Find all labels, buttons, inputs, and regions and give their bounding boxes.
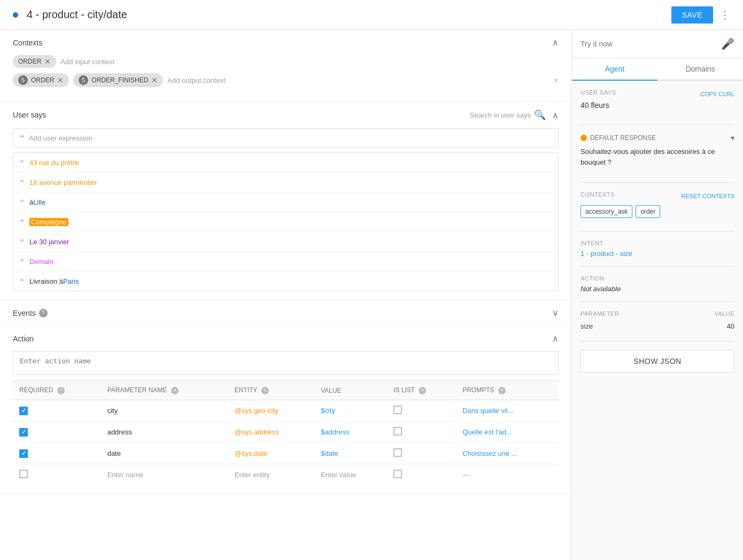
reset-contexts-button[interactable]: RESET CONTEXTS: [682, 193, 734, 199]
order-input-tag-close[interactable]: ✕: [44, 57, 51, 66]
expression-item[interactable]: ❝ Livraison à Paris: [13, 271, 558, 291]
islist-checkbox[interactable]: [393, 427, 402, 435]
entity-cell[interactable]: @sys.geo-city: [228, 400, 314, 422]
islist-checkbox[interactable]: [393, 470, 402, 478]
tab-domains[interactable]: Domains: [657, 58, 743, 80]
parameter-result-label: PARAMETER: [581, 310, 619, 317]
add-expression-row[interactable]: ❝ Add user expression: [13, 128, 559, 148]
save-button[interactable]: SAVE: [671, 6, 713, 24]
param-name-cell[interactable]: address: [101, 422, 228, 443]
required-cell[interactable]: ✓: [13, 443, 101, 464]
islist-cell[interactable]: [387, 464, 456, 486]
required-checkbox[interactable]: ✓: [19, 407, 28, 415]
expression-item[interactable]: ❝ Demain: [13, 252, 558, 271]
required-cell[interactable]: ✓: [13, 400, 101, 422]
param-name-cell[interactable]: Enter name: [101, 464, 228, 486]
col-entity: ENTITY ?: [228, 381, 314, 400]
value-cell[interactable]: Enter value: [314, 464, 387, 486]
quote-icon: ❝: [20, 158, 24, 167]
action-name-input[interactable]: [13, 351, 559, 375]
islist-cell[interactable]: [387, 422, 456, 443]
col-is-list: IS LIST ?: [387, 381, 456, 400]
more-icon[interactable]: ⋮: [719, 9, 730, 21]
param-name-help-icon[interactable]: ?: [171, 387, 179, 394]
events-section: Events ? ∨: [0, 300, 571, 326]
events-help-icon[interactable]: ?: [39, 309, 48, 317]
prompts-cell: —: [456, 464, 559, 486]
required-help-icon[interactable]: ?: [57, 387, 65, 394]
required-cell[interactable]: [13, 464, 101, 486]
prompts-cell[interactable]: Dans quelle vil...: [456, 400, 559, 422]
copy-curl-button[interactable]: COPY CURL: [700, 91, 734, 97]
input-context-row: ORDER ✕ Add input context: [13, 55, 559, 68]
order-finished-tag[interactable]: 5 ORDER_FINISHED ✕: [73, 73, 163, 87]
entity-cell[interactable]: @sys.address: [228, 422, 314, 443]
user-says-result-label: USER SAYS: [581, 89, 616, 96]
col-parameter-name: PARAMETER NAME ?: [101, 381, 228, 400]
quote-icon: ❝: [20, 178, 24, 186]
prompts-cell[interactable]: Quelle est l'ad...: [456, 422, 559, 443]
main-layout: Contexts ∧ ORDER ✕ Add input context 5 O…: [0, 30, 743, 560]
expression-item[interactable]: ❝ 18 avenue parmentier: [13, 173, 558, 192]
expression-item[interactable]: ❝ à Lille: [13, 192, 558, 212]
required-checkbox[interactable]: ✓: [19, 428, 28, 437]
intent-result-label: INTENT: [581, 240, 734, 246]
default-response-label: DEFAULT RESPONSE: [590, 134, 727, 142]
tab-agent[interactable]: Agent: [572, 58, 657, 81]
entity-help-icon[interactable]: ?: [261, 387, 269, 394]
expression-item[interactable]: ❝ Compiègne: [13, 212, 558, 232]
default-dot: [581, 135, 587, 141]
page-title: 4 - product - city/date: [27, 9, 671, 21]
search-icon[interactable]: 🔍: [534, 109, 546, 121]
output-context-clear[interactable]: ✕: [553, 76, 559, 84]
expression-item[interactable]: ❝ 43 rue du prêtre: [13, 153, 558, 173]
user-says-title: User says: [13, 111, 470, 119]
add-expression-placeholder: Add user expression: [29, 134, 92, 142]
entity-cell[interactable]: Enter entity: [228, 464, 314, 486]
add-output-context[interactable]: Add output context: [167, 76, 225, 84]
islist-help-icon[interactable]: ?: [419, 387, 426, 394]
dropdown-icon[interactable]: ▾: [731, 134, 734, 142]
expression-list: ❝ 43 rue du prêtre ❝ 18 avenue parmentie…: [13, 152, 559, 291]
table-row: ✓ address @sys.address $address Quelle e…: [13, 422, 559, 443]
required-cell[interactable]: ✓: [13, 422, 101, 443]
islist-cell[interactable]: [387, 400, 456, 422]
add-input-context[interactable]: Add input context: [60, 58, 114, 66]
expression-text-5: Le 30 janvier: [29, 238, 69, 246]
col-prompts: PROMPTS ?: [456, 381, 559, 400]
order-output-close[interactable]: ✕: [57, 76, 64, 84]
islist-cell[interactable]: [387, 443, 456, 464]
islist-checkbox[interactable]: [393, 448, 402, 457]
events-chevron-icon: ∨: [552, 308, 559, 318]
contexts-section-header[interactable]: Contexts ∧: [0, 30, 571, 55]
context-tag-accessory[interactable]: accessory_ask: [581, 205, 632, 218]
context-tag-order[interactable]: order: [636, 205, 660, 218]
value-cell[interactable]: $date: [314, 443, 387, 464]
prompts-cell[interactable]: Choisissez une ...: [456, 443, 559, 464]
param-val-size: 40: [727, 322, 734, 330]
param-name-cell[interactable]: date: [101, 443, 228, 464]
show-json-button[interactable]: SHOW JSON: [581, 350, 734, 372]
intent-result-value[interactable]: 1 - product - size: [581, 250, 734, 258]
microphone-icon[interactable]: 🎤: [721, 37, 734, 50]
default-response-section: DEFAULT RESPONSE ▾ Souhaitez-vous ajoute…: [581, 134, 734, 183]
quote-icon: ❝: [20, 277, 24, 285]
action-section-header[interactable]: Action ∧: [0, 326, 571, 351]
required-checkbox[interactable]: [19, 470, 28, 478]
contexts-result-label: CONTEXTS: [581, 191, 615, 198]
value-cell[interactable]: $address: [314, 422, 387, 443]
required-checkbox[interactable]: ✓: [19, 449, 28, 458]
entity-cell[interactable]: @sys.date: [228, 443, 314, 464]
quote-icon: ❝: [20, 257, 24, 266]
param-name-cell[interactable]: city: [101, 400, 228, 422]
events-header[interactable]: Events ? ∨: [0, 300, 571, 325]
order-finished-close[interactable]: ✕: [151, 76, 158, 84]
islist-checkbox[interactable]: [393, 406, 402, 414]
order-input-tag[interactable]: ORDER ✕: [13, 55, 56, 68]
expression-item[interactable]: ❝ Le 30 janvier: [13, 232, 558, 252]
expression-text-2: 18 avenue parmentier: [29, 178, 97, 186]
order-output-num: 5: [18, 75, 28, 85]
value-cell[interactable]: $city: [314, 400, 387, 422]
order-output-tag[interactable]: 5 ORDER ✕: [13, 73, 69, 87]
prompts-help-icon[interactable]: ?: [498, 387, 506, 394]
